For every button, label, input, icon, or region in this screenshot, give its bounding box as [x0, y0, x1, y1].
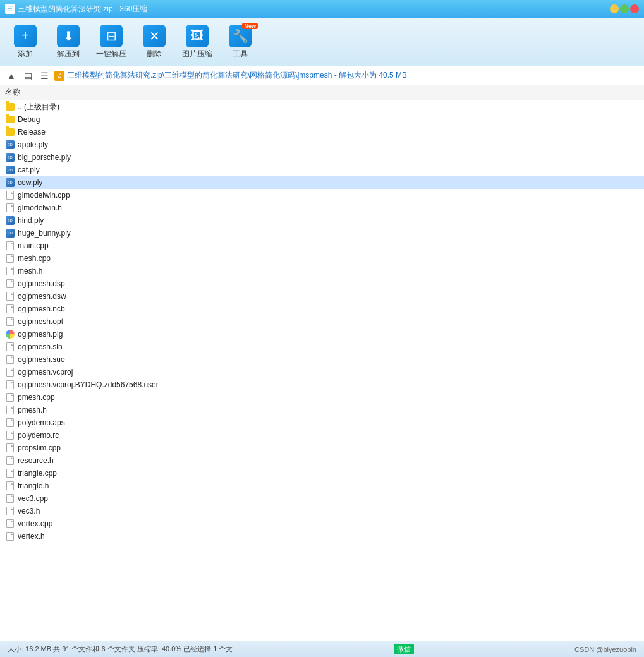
- file-icon-ply: 3D: [5, 165, 15, 175]
- file-item[interactable]: resource.h: [0, 454, 644, 467]
- file-item[interactable]: vec3.cpp: [0, 492, 644, 505]
- file-item[interactable]: 3Dcat.ply: [0, 164, 644, 176]
- file-item[interactable]: oglpmesh.plg: [0, 328, 644, 341]
- file-item[interactable]: oglpmesh.sln: [0, 341, 644, 353]
- file-icon-file: [5, 405, 15, 415]
- tools-label: 工具: [233, 49, 248, 59]
- nav-path-text: 三维模型的简化算法研究.zip\三维模型的简化算法研究\网格简化源码\jmspm…: [67, 70, 407, 81]
- title-bar-text: 三维模型的简化算法研究.zip - 360压缩: [18, 4, 610, 15]
- toolbar-delete-button[interactable]: ✕删除: [134, 21, 174, 62]
- file-item[interactable]: glmodelwin.h: [0, 202, 644, 214]
- file-icon-file: [5, 279, 15, 289]
- close-button[interactable]: [630, 4, 639, 13]
- file-item[interactable]: polydemo.rc: [0, 429, 644, 442]
- app-icon: 三: [5, 4, 15, 14]
- file-item[interactable]: glmodelwin.cpp: [0, 189, 644, 202]
- file-name: oglpmesh.dsp: [18, 279, 65, 288]
- file-icon-file: [5, 519, 15, 529]
- weixin-button[interactable]: 微信: [394, 644, 414, 654]
- file-name: polydemo.aps: [18, 418, 65, 427]
- file-name: oglpmesh.sln: [18, 342, 63, 351]
- file-item[interactable]: vertex.cpp: [0, 517, 644, 530]
- file-list[interactable]: .. (上级目录)DebugRelease3Dapple.ply3Dbig_po…: [0, 100, 644, 641]
- file-item[interactable]: oglpmesh.opt: [0, 315, 644, 328]
- file-icon-file: [5, 266, 15, 276]
- file-icon-ply: 3D: [5, 228, 15, 238]
- file-item[interactable]: 3Dbig_porsche.ply: [0, 151, 644, 164]
- file-icon-file: [5, 203, 15, 213]
- toolbar-oneclick-button[interactable]: ⊟一键解压: [91, 21, 131, 62]
- file-name: glmodelwin.h: [18, 203, 62, 212]
- delete-icon: ✕: [143, 25, 166, 47]
- toolbar-imgzip-button[interactable]: 🖼图片压缩: [177, 21, 217, 62]
- file-icon-ply: 3D: [5, 215, 15, 226]
- file-item[interactable]: oglpmesh.suo: [0, 353, 644, 366]
- file-icon-file: [5, 316, 15, 327]
- file-icon-file: [5, 354, 15, 365]
- new-badge: New: [242, 23, 258, 29]
- maximize-button[interactable]: [620, 4, 629, 13]
- file-item[interactable]: .. (上级目录): [0, 100, 644, 113]
- file-item[interactable]: oglpmesh.dsw: [0, 290, 644, 303]
- file-name: vec3.h: [18, 507, 40, 515]
- add-label: 添加: [18, 49, 33, 59]
- toolbar-tools-button[interactable]: 🔧New工具: [220, 21, 260, 62]
- file-icon-file: [5, 367, 15, 377]
- file-name: oglpmesh.suo: [18, 355, 65, 364]
- file-item[interactable]: pmesh.cpp: [0, 391, 644, 404]
- file-name: pmesh.cpp: [18, 393, 55, 402]
- toolbar-extract-button[interactable]: ⬇解压到: [48, 21, 88, 62]
- file-item[interactable]: 3Dhuge_bunny.ply: [0, 227, 644, 239]
- imgzip-icon: 🖼: [186, 25, 209, 47]
- file-icon-file: [5, 430, 15, 440]
- file-name: triangle.h: [18, 481, 49, 490]
- file-item[interactable]: main.cpp: [0, 239, 644, 252]
- file-item[interactable]: pmesh.h: [0, 404, 644, 416]
- file-item[interactable]: oglpmesh.ncb: [0, 303, 644, 315]
- name-column-header: 名称: [5, 87, 20, 98]
- title-bar-controls: [610, 4, 639, 13]
- file-item[interactable]: oglpmesh.vcproj.BYDHQ.zdd567568.user: [0, 378, 644, 391]
- file-item[interactable]: vertex.h: [0, 530, 644, 543]
- file-name: propslim.cpp: [18, 443, 61, 452]
- file-item[interactable]: vec3.h: [0, 505, 644, 517]
- file-icon-file: [5, 506, 15, 516]
- imgzip-label: 图片压缩: [182, 49, 212, 59]
- file-item[interactable]: propslim.cpp: [0, 442, 644, 454]
- nav-list-toggle[interactable]: ☰: [38, 69, 51, 82]
- file-item[interactable]: polydemo.aps: [0, 416, 644, 429]
- file-name: mesh.cpp: [18, 254, 51, 263]
- file-icon-file: [5, 493, 15, 503]
- file-item[interactable]: triangle.cpp: [0, 467, 644, 479]
- file-name: vertex.h: [18, 532, 45, 541]
- file-icon-file: [5, 190, 15, 200]
- minimize-button[interactable]: [610, 4, 619, 13]
- file-icon-file: [5, 241, 15, 251]
- file-item[interactable]: triangle.h: [0, 479, 644, 492]
- zip-icon: Z: [54, 71, 64, 81]
- file-icon-file: [5, 455, 15, 466]
- file-item[interactable]: mesh.cpp: [0, 252, 644, 265]
- file-name: vec3.cpp: [18, 494, 48, 503]
- file-icon-ply: 3D: [5, 178, 15, 188]
- file-item[interactable]: 3Dapple.ply: [0, 138, 644, 151]
- file-item[interactable]: 3Dhind.ply: [0, 214, 644, 227]
- file-item[interactable]: Release: [0, 126, 644, 138]
- file-icon-file: [5, 481, 15, 491]
- status-info: 大小: 16.2 MB 共 91 个文件和 6 个文件夹 压缩率: 40.0% …: [8, 644, 233, 654]
- file-name: polydemo.rc: [18, 431, 59, 440]
- status-right: CSDN @biyezuopin: [574, 646, 636, 653]
- file-item[interactable]: oglpmesh.dsp: [0, 277, 644, 290]
- toolbar-add-button[interactable]: +添加: [5, 21, 46, 62]
- file-icon-file: [5, 342, 15, 352]
- file-item[interactable]: oglpmesh.vcproj: [0, 366, 644, 378]
- extract-label: 解压到: [57, 49, 80, 59]
- file-item[interactable]: Debug: [0, 113, 644, 126]
- file-item[interactable]: mesh.h: [0, 265, 644, 277]
- file-icon-file: [5, 392, 15, 402]
- file-item[interactable]: 3Dcow.ply: [0, 176, 644, 189]
- nav-view-toggle[interactable]: ▤: [21, 69, 34, 82]
- nav-back-button[interactable]: ▲: [5, 69, 18, 82]
- file-name: oglpmesh.plg: [18, 330, 63, 339]
- file-name: oglpmesh.vcproj: [18, 368, 73, 377]
